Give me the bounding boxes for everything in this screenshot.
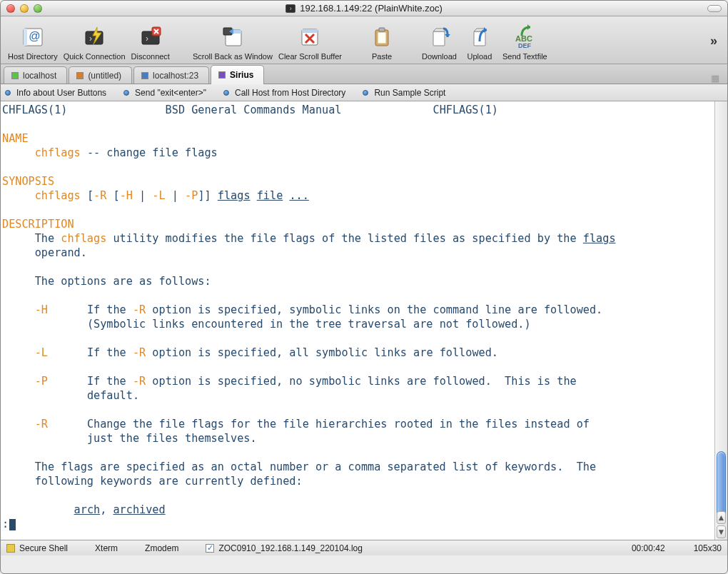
t: operand. [2,246,87,259]
shell-icon [6,544,15,553]
statusbar: Secure Shell Xterm Zmodem ✓ ZOC0910_192.… [1,540,727,555]
minimize-window-button[interactable] [20,4,29,13]
close-window-button[interactable] [6,4,15,13]
toolbar-label: Clear Scroll Buffer [278,52,342,61]
tab-localhost[interactable]: localhost [4,66,67,84]
t: -P [35,375,48,388]
scrollback-window-icon [220,24,246,50]
t: ... [289,189,308,202]
t: flags [583,232,616,245]
t: -R [133,375,146,388]
toolbar-label: Host Directory [8,52,58,61]
svg-rect-18 [433,31,445,46]
userbtn-send-exit[interactable]: Send "exit<enter>" [123,88,206,98]
toolbar-label: Scroll Back as Window [193,52,273,61]
disconnect-button[interactable]: › Disconnect [128,23,173,62]
window-pill-button[interactable] [707,5,722,12]
toolbar-label: Send Textfile [502,52,547,61]
tab-localhost23[interactable]: localhost:23 [133,66,209,84]
lightning-terminal-icon: › [81,24,107,50]
paste-button[interactable]: Paste [362,23,402,62]
tab-status-icon [218,71,226,79]
send-textfile-button[interactable]: ABC DEF Send Textfile [500,23,550,62]
t: following keywords are currently defined… [2,475,303,488]
t: -H [35,303,48,316]
svg-text:›: › [89,34,92,44]
svg-rect-14 [302,29,318,33]
t: archived [113,503,165,516]
upload-icon [467,24,492,50]
upload-button[interactable]: Upload [460,23,500,62]
svg-text:DEF: DEF [518,42,532,49]
tab-sirius[interactable]: Sirius [211,65,264,84]
t: The [2,232,61,245]
name-rest: -- change file flags [81,146,218,159]
t: option is specified, symbolic links on t… [146,303,602,316]
t: [ [106,189,119,202]
status-elapsed-time: 00:00:42 [632,543,665,553]
t: -H [120,189,133,202]
user-buttons-bar: Info about User Buttons Send "exit<enter… [1,84,727,101]
tab-grid-icon[interactable]: ▦ [711,73,720,84]
userbtn-info[interactable]: Info about User Buttons [5,88,106,98]
t: file [257,189,283,202]
toolbar-label: Upload [467,52,492,61]
host-directory-button[interactable]: @ Host Directory [5,23,61,62]
userbtn-call-host[interactable]: Call Host from Host Directory [223,88,345,98]
userbtn-run-script[interactable]: Run Sample Script [363,88,445,98]
tab-untitled[interactable]: (untitled) [69,66,132,84]
tab-label: localhost [23,71,56,81]
send-textfile-icon: ABC DEF [512,24,537,50]
t: The options are as follows: [2,275,211,288]
toolbar-label: Paste [372,52,392,61]
t: -L [35,346,48,359]
status-terminal-size: 105x30 [694,543,722,553]
toolbar-overflow-button[interactable]: » [710,34,723,49]
svg-marker-19 [433,29,445,31]
cursor [9,519,16,530]
t: | [166,189,185,202]
t: -P [185,189,198,202]
t: [ [81,189,93,202]
t: If the [87,375,133,388]
svg-rect-1 [24,29,27,46]
man-header-left: CHFLAGS(1) [2,104,67,116]
tab-label: localhost:23 [153,71,198,81]
check-icon: ✓ [206,544,214,553]
t: default. [87,389,139,402]
svg-rect-17 [379,28,385,31]
status-logfile[interactable]: ✓ ZOC0910_192.168.1.149_220104.log [206,543,363,553]
t: -R [93,189,106,202]
status-protocol[interactable]: Zmodem [145,543,178,553]
bullet-icon [123,90,129,96]
terminal-output[interactable]: CHFLAGS(1) BSD General Commands Manual C… [1,101,714,540]
man-pager-prompt: : [2,518,9,530]
download-icon [426,24,452,50]
tab-label: Sirius [230,70,253,80]
t: -R [133,303,146,316]
toolbar-label: Download [422,52,457,61]
terminal-scrollbar[interactable]: ▲ ▼ [714,101,727,540]
status-shell[interactable]: Secure Shell [6,543,68,553]
t: If the [87,346,133,359]
t: utility modifies the file flags of the l… [106,232,583,245]
svg-marker-26 [527,24,530,30]
scroll-down-button[interactable]: ▼ [717,525,726,538]
download-button[interactable]: Download [419,23,460,62]
t: -L [152,189,165,202]
t: flags [218,189,251,202]
clear-scroll-buffer-button[interactable]: Clear Scroll Buffer [275,23,345,62]
quick-connection-button[interactable]: › Quick Connection [61,23,128,62]
status-emulation[interactable]: Xterm [95,543,118,553]
t: chflags [61,232,106,245]
toolbar: @ Host Directory › Quick Connection › Di… [1,16,727,64]
t: option is specified, all symbolic links … [146,346,498,359]
userbtn-label: Send "exit<enter>" [135,88,206,98]
zoom-window-button[interactable] [34,4,42,13]
userbtn-label: Run Sample Script [374,88,445,98]
svg-text:@: @ [29,30,40,42]
scroll-up-button[interactable]: ▲ [717,511,726,524]
titlebar: 192.168.1.149:22 (PlainWhite.zoc) [1,1,727,16]
scroll-back-button[interactable]: Scroll Back as Window [190,23,275,62]
section-description: DESCRIPTION [2,218,74,231]
